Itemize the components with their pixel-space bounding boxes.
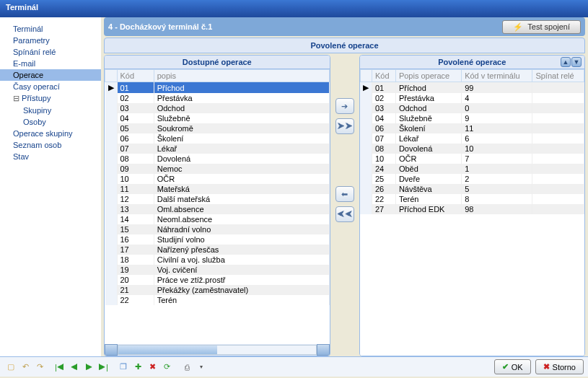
table-row[interactable]: 02Přestávka: [105, 93, 330, 103]
redo-icon[interactable]: ↷: [33, 361, 46, 374]
sidebar-subitem[interactable]: Skupiny: [0, 105, 101, 116]
table-row[interactable]: 08Dovolená10: [360, 144, 584, 154]
delete-icon[interactable]: ✖: [146, 361, 159, 374]
allowed-grid[interactable]: KódPopis operaceKód v termináluSpínat re…: [360, 69, 585, 356]
table-row[interactable]: 07Lékař6: [360, 133, 584, 144]
sidebar-item[interactable]: Přístupy: [0, 92, 101, 105]
window-titlebar: Terminál: [0, 0, 588, 17]
new-icon[interactable]: ▢: [4, 361, 17, 374]
double-arrow-right-icon: ⮞⮞: [337, 122, 353, 131]
sidebar-item[interactable]: Parametry: [0, 35, 101, 46]
table-row[interactable]: 04Služebně9: [360, 113, 584, 123]
table-row[interactable]: 22Terén: [105, 295, 330, 305]
table-row[interactable]: ▶01Příchod: [105, 82, 330, 94]
ok-button[interactable]: ✔ OK: [494, 359, 531, 374]
transfer-buttons: ➔ ⮞⮞ ⬅ ⮜⮜: [333, 55, 356, 356]
table-row[interactable]: 10OČR: [105, 174, 330, 184]
move-all-right-button[interactable]: ⮞⮞: [335, 118, 354, 134]
table-row[interactable]: 16Studijní volno: [105, 234, 330, 245]
table-row[interactable]: 26Návštěva5: [360, 184, 584, 194]
available-panel-header: Dostupné operace: [105, 56, 330, 69]
cancel-icon: ✖: [543, 362, 550, 372]
table-row[interactable]: 08Dovolená: [105, 154, 330, 164]
copy-icon[interactable]: ❐: [117, 361, 130, 374]
sidebar-item[interactable]: Operace skupiny: [0, 128, 101, 139]
available-grid[interactable]: Kódpopis▶01Příchod02Přestávka03Odchod04S…: [105, 69, 330, 344]
arrow-left-icon: ⬅: [341, 190, 348, 199]
sidebar-item[interactable]: Časy operací: [0, 81, 101, 92]
print-dropdown-icon[interactable]: ▾: [195, 361, 208, 374]
column-header[interactable]: Kód v terminálu: [462, 70, 532, 82]
available-h-scroll[interactable]: [105, 344, 330, 356]
allowed-panel-header: Povolené operace ▲ ▼: [360, 56, 585, 69]
table-row[interactable]: 06Školení11: [360, 123, 584, 133]
table-row[interactable]: 06Školení: [105, 133, 330, 144]
table-row[interactable]: 05Soukromě: [105, 123, 330, 133]
undo-icon[interactable]: ↶: [19, 361, 32, 374]
move-up-button[interactable]: ▲: [561, 57, 571, 67]
table-row[interactable]: 02Přestávka4: [360, 93, 584, 103]
table-row[interactable]: ▶01Příchod99: [360, 82, 584, 94]
move-down-button[interactable]: ▼: [571, 57, 582, 67]
sidebar-item[interactable]: Operace: [0, 69, 101, 81]
table-row[interactable]: 25Dveře2: [360, 174, 584, 184]
add-icon[interactable]: ✚: [131, 361, 144, 374]
table-row[interactable]: 09Nemoc: [105, 164, 330, 174]
column-header[interactable]: popis: [154, 70, 329, 82]
column-header[interactable]: Kód: [372, 70, 396, 82]
first-record-icon[interactable]: |⯇: [53, 361, 66, 374]
print-icon[interactable]: ⎙: [180, 361, 193, 374]
header-bar: 4 - Docházkový terminál č.1 Test spojení: [104, 17, 585, 36]
sidebar-item[interactable]: E-mail: [0, 58, 101, 69]
sidebar-item[interactable]: Spínání relé: [0, 46, 101, 58]
refresh-icon[interactable]: ⟳: [160, 361, 173, 374]
table-row[interactable]: 12Další mateřská: [105, 194, 330, 204]
table-row[interactable]: 22Terén8: [360, 194, 584, 204]
table-row[interactable]: 04Služebně: [105, 113, 330, 123]
content-area: TerminálParametrySpínání reléE-mailOpera…: [0, 17, 588, 356]
sidebar-item[interactable]: Terminál: [0, 23, 101, 35]
window-title: Terminál: [6, 3, 38, 12]
column-header[interactable]: Kód: [117, 70, 154, 82]
allowed-panel-title: Povolené operace: [438, 58, 506, 66]
table-row[interactable]: 24Oběd1: [360, 164, 584, 174]
table-row[interactable]: 20Práce ve ztíž.prostř: [105, 275, 330, 285]
table-row[interactable]: 21Překážky (zaměstnavatel): [105, 285, 330, 295]
test-connection-button[interactable]: Test spojení: [502, 20, 581, 34]
footer-toolbar: ▢ ↶ ↷ |⯇ ⯇ ⯈ ⯈| ❐ ✚ ✖ ⟳ ⎙ ▾ ✔ OK ✖ Storn…: [0, 356, 588, 377]
table-row[interactable]: 13Oml.absence: [105, 204, 330, 214]
check-icon: ✔: [502, 362, 509, 372]
table-row[interactable]: 17Nařízený přesčas: [105, 245, 330, 255]
storno-button[interactable]: ✖ Storno: [535, 359, 584, 374]
table-row[interactable]: 14Neoml.absence: [105, 214, 330, 224]
test-connection-label: Test spojení: [527, 22, 570, 31]
allowed-panel: Povolené operace ▲ ▼ KódPopis operaceKód…: [359, 55, 586, 356]
double-arrow-left-icon: ⮜⮜: [337, 210, 353, 219]
table-row[interactable]: 19Voj. cvičení: [105, 265, 330, 275]
dual-list-panels: Dostupné operace Kódpopis▶01Příchod02Pře…: [104, 55, 585, 356]
table-row[interactable]: 07Lékař: [105, 144, 330, 154]
move-all-left-button[interactable]: ⮜⮜: [335, 206, 354, 222]
storno-label: Storno: [553, 363, 576, 372]
table-row[interactable]: 10OČR7: [360, 154, 584, 164]
prev-record-icon[interactable]: ⯇: [68, 361, 81, 374]
section-title: Povolené operace: [104, 38, 585, 53]
column-header[interactable]: Spínat relé: [532, 70, 584, 82]
sidebar-subitem[interactable]: Osoby: [0, 116, 101, 128]
table-row[interactable]: 18Civilní a voj. služba: [105, 255, 330, 265]
table-row[interactable]: 15Náhradní volno: [105, 224, 330, 234]
move-right-button[interactable]: ➔: [335, 98, 354, 114]
next-record-icon[interactable]: ⯈: [82, 361, 95, 374]
table-row[interactable]: 03Odchod0: [360, 103, 584, 113]
last-record-icon[interactable]: ⯈|: [97, 361, 110, 374]
table-row[interactable]: 27Příchod EDK98: [360, 204, 584, 214]
available-panel: Dostupné operace Kódpopis▶01Příchod02Pře…: [104, 55, 330, 356]
main-panel: 4 - Docházkový terminál č.1 Test spojení…: [101, 17, 588, 356]
sidebar-item[interactable]: Stav: [0, 151, 101, 162]
arrow-right-icon: ➔: [341, 102, 348, 111]
column-header[interactable]: Popis operace: [395, 70, 461, 82]
sidebar-item[interactable]: Seznam osob: [0, 139, 101, 151]
move-left-button[interactable]: ⬅: [335, 186, 354, 202]
table-row[interactable]: 03Odchod: [105, 103, 330, 113]
table-row[interactable]: 11Mateřská: [105, 184, 330, 194]
